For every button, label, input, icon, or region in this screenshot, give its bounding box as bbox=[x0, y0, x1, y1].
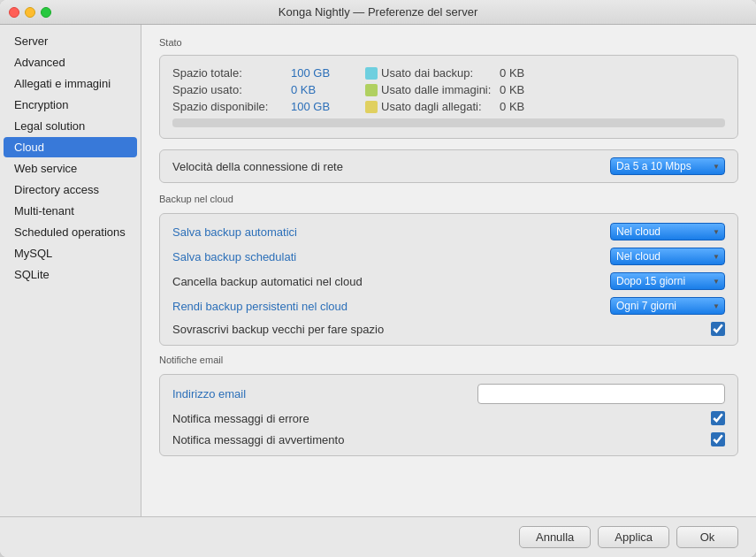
window-buttons bbox=[9, 7, 51, 18]
content-area: Stato Spazio totale: 100 GB Spazio usato… bbox=[141, 25, 756, 516]
sidebar-item-mysql[interactable]: MySQL bbox=[4, 243, 137, 263]
sidebar-item-allegati-e-immagini[interactable]: Allegati e immagini bbox=[4, 73, 137, 94]
sidebar-item-web-service[interactable]: Web service bbox=[4, 158, 137, 179]
speed-label: Velocità della connessione di rete bbox=[172, 160, 343, 173]
sidebar-item-legal-solution[interactable]: Legal solution bbox=[4, 116, 137, 136]
backup-schedulati-select[interactable]: Nel cloud Localmente Non salvare bbox=[610, 248, 725, 265]
apply-button[interactable]: Applica bbox=[598, 526, 669, 548]
stato-disponibile-label: Spazio disponibile: bbox=[172, 100, 287, 113]
stato-totale-value: 100 GB bbox=[291, 66, 330, 80]
backup-persistenti-label: Rendi backup persistenti nel cloud bbox=[172, 300, 347, 313]
stato-backup-value: 0 KB bbox=[500, 66, 524, 80]
stato-backup-label: Usato dai backup: bbox=[381, 66, 496, 80]
stato-disponibile-value: 100 GB bbox=[291, 100, 330, 113]
email-avvertimento-checkbox[interactable] bbox=[711, 432, 725, 446]
progress-bar-container bbox=[172, 118, 725, 127]
email-row-indirizzo: Indirizzo email bbox=[172, 384, 725, 404]
immagini-dot bbox=[365, 84, 378, 96]
backup-cancella-label: Cancella backup automatici nel cloud bbox=[172, 275, 363, 288]
stato-grid: Spazio totale: 100 GB Spazio usato: 0 KB… bbox=[172, 66, 725, 113]
sidebar-item-encryption[interactable]: Encryption bbox=[4, 95, 137, 115]
stato-immagini-value: 0 KB bbox=[500, 83, 524, 96]
bottom-bar: Annulla Applica Ok bbox=[0, 516, 756, 557]
stato-row-backup: Usato dai backup: 0 KB bbox=[365, 66, 524, 80]
sidebar-item-sqlite[interactable]: SQLite bbox=[4, 264, 137, 285]
speed-select[interactable]: Da 5 a 10 Mbps Da 1 a 5 Mbps Oltre 10 Mb… bbox=[610, 157, 725, 175]
sidebar: ServerAdvancedAllegati e immaginiEncrypt… bbox=[0, 25, 141, 516]
stato-right-col: Usato dai backup: 0 KB Usato dalle immag… bbox=[365, 66, 524, 113]
cancel-button[interactable]: Annulla bbox=[519, 526, 591, 548]
speed-select-wrapper: Da 5 a 10 Mbps Da 1 a 5 Mbps Oltre 10 Mb… bbox=[610, 157, 725, 175]
stato-row-immagini: Usato dalle immagini: 0 KB bbox=[365, 83, 524, 96]
email-errore-checkbox[interactable] bbox=[711, 411, 725, 425]
stato-allegati-value: 0 KB bbox=[500, 100, 524, 113]
backup-row-sovrascrivi: Sovrascrivi backup vecchi per fare spazi… bbox=[172, 322, 725, 336]
stato-allegati-label: Usato dagli allegati: bbox=[381, 100, 496, 113]
email-avvertimento-label: Notifica messaggi di avvertimento bbox=[172, 433, 344, 446]
speed-row: Velocità della connessione di rete Da 5 … bbox=[159, 149, 738, 183]
stato-title: Stato bbox=[159, 37, 738, 48]
stato-row-allegati: Usato dagli allegati: 0 KB bbox=[365, 100, 524, 113]
sidebar-item-advanced[interactable]: Advanced bbox=[4, 52, 137, 72]
stato-left-col: Spazio totale: 100 GB Spazio usato: 0 KB… bbox=[172, 66, 330, 113]
sidebar-item-directory-access[interactable]: Directory access bbox=[4, 179, 137, 200]
backup-automatici-select[interactable]: Nel cloud Localmente Non salvare bbox=[610, 223, 725, 240]
stato-immagini-label: Usato dalle immagini: bbox=[381, 83, 496, 96]
email-row-errore: Notifica messaggi di errore bbox=[172, 411, 725, 425]
stato-usato-value: 0 KB bbox=[291, 83, 316, 96]
stato-row-totale: Spazio totale: 100 GB bbox=[172, 66, 330, 80]
email-section-title: Notifiche email bbox=[159, 355, 738, 365]
backup-cancella-select-wrapper: Dopo 15 giorni Dopo 7 giorni Dopo 30 gio… bbox=[610, 272, 725, 290]
stato-box: Spazio totale: 100 GB Spazio usato: 0 KB… bbox=[159, 55, 738, 139]
window-title: Konga Nightly — Preferenze del server bbox=[279, 5, 477, 19]
email-row-avvertimento: Notifica messaggi di avvertimento bbox=[172, 432, 725, 446]
backup-schedulati-label: Salva backup schedulati bbox=[172, 250, 296, 263]
backup-persistenti-select[interactable]: Ogni 7 giorni Ogni 14 giorni Ogni 30 gio… bbox=[610, 297, 725, 315]
sidebar-item-scheduled-operations[interactable]: Scheduled operations bbox=[4, 222, 137, 242]
email-panel: Indirizzo email Notifica messaggi di err… bbox=[159, 374, 738, 456]
stato-row-usato: Spazio usato: 0 KB bbox=[172, 83, 330, 96]
backup-automatici-select-wrapper: Nel cloud Localmente Non salvare bbox=[610, 223, 725, 240]
stato-totale-label: Spazio totale: bbox=[172, 66, 287, 80]
backup-row-automatici: Salva backup automatici Nel cloud Localm… bbox=[172, 223, 725, 240]
sidebar-item-cloud[interactable]: Cloud bbox=[4, 137, 137, 157]
email-errore-label: Notifica messaggi di errore bbox=[172, 412, 309, 425]
maximize-button[interactable] bbox=[41, 7, 51, 18]
backup-schedulati-select-wrapper: Nel cloud Localmente Non salvare bbox=[610, 248, 725, 265]
email-indirizzo-label: Indirizzo email bbox=[172, 387, 246, 401]
backup-row-schedulati: Salva backup schedulati Nel cloud Localm… bbox=[172, 248, 725, 265]
main-window: Konga Nightly — Preferenze del server Se… bbox=[0, 0, 756, 557]
backup-sovrascrivi-label: Sovrascrivi backup vecchi per fare spazi… bbox=[172, 323, 384, 336]
backup-automatici-label: Salva backup automatici bbox=[172, 225, 297, 239]
sidebar-item-multi-tenant[interactable]: Multi-tenant bbox=[4, 201, 137, 221]
backup-row-cancella: Cancella backup automatici nel cloud Dop… bbox=[172, 272, 725, 290]
backup-sovrascrivi-checkbox[interactable] bbox=[711, 322, 725, 336]
email-indirizzo-input[interactable] bbox=[477, 384, 725, 404]
titlebar: Konga Nightly — Preferenze del server bbox=[0, 0, 756, 25]
backup-persistenti-select-wrapper: Ogni 7 giorni Ogni 14 giorni Ogni 30 gio… bbox=[610, 297, 725, 315]
stato-usato-label: Spazio usato: bbox=[172, 83, 287, 96]
backup-panel: Salva backup automatici Nel cloud Localm… bbox=[159, 213, 738, 346]
backup-row-persistenti: Rendi backup persistenti nel cloud Ogni … bbox=[172, 297, 725, 315]
backup-section: Backup nel cloud Salva backup automatici… bbox=[159, 194, 738, 346]
sidebar-item-server[interactable]: Server bbox=[4, 31, 137, 51]
main-content: ServerAdvancedAllegati e immaginiEncrypt… bbox=[0, 25, 756, 516]
backup-section-title: Backup nel cloud bbox=[159, 194, 738, 204]
backup-dot bbox=[365, 67, 378, 80]
minimize-button[interactable] bbox=[25, 7, 35, 18]
stato-row-disponibile: Spazio disponibile: 100 GB bbox=[172, 100, 330, 113]
allegati-dot bbox=[365, 101, 378, 113]
email-section: Notifiche email Indirizzo email Notifica… bbox=[159, 355, 738, 456]
backup-cancella-select[interactable]: Dopo 15 giorni Dopo 7 giorni Dopo 30 gio… bbox=[610, 272, 725, 290]
ok-button[interactable]: Ok bbox=[676, 526, 738, 548]
close-button[interactable] bbox=[9, 7, 19, 18]
